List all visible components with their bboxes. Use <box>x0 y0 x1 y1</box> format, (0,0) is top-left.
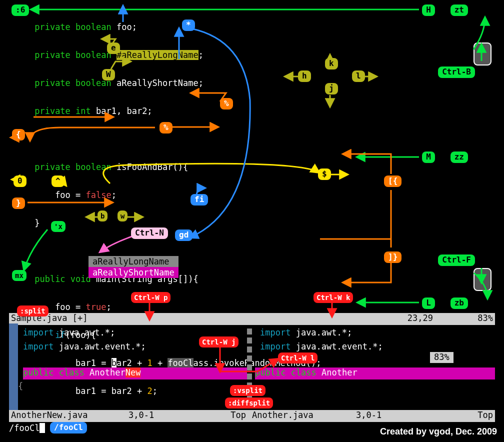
key-caret: ^ <box>52 176 64 187</box>
key-pct1: % <box>220 98 233 110</box>
key-CtrlB: Ctrl-B <box>438 66 475 78</box>
key-zz: zz <box>450 152 468 163</box>
key-x: 'x <box>51 221 66 232</box>
credit: Created by vgod, Dec. 2009 <box>380 426 497 437</box>
right-pct: 83% <box>430 352 454 363</box>
key-star: * <box>182 20 195 31</box>
cmd-search: /fooCl <box>50 422 87 434</box>
key-M: M <box>422 152 435 163</box>
key-W: W <box>102 69 115 80</box>
split-right: import java.awt.*; import java.awt.event… <box>260 326 383 354</box>
diff-gutter <box>9 324 18 420</box>
key-fi: fi <box>190 194 208 206</box>
completion-popup[interactable]: aReallyLongName aReallyShortName <box>88 256 178 278</box>
statusbar-splits: AnotherNew.java 3,0-1 Top Another.java 3… <box>9 410 495 422</box>
diff-highlight-right: public class Another <box>255 368 495 380</box>
key-CtrlF: Ctrl-F <box>438 254 475 266</box>
scroll-thumb-bottom <box>474 268 492 291</box>
vertical-separator <box>247 326 252 410</box>
key-mx: mx <box>12 270 26 281</box>
diff-highlight-left: public class AnotherNew <box>23 368 248 380</box>
completion-item-selected[interactable]: aReallyShortName <box>88 267 178 278</box>
key-six: :6 <box>12 4 29 16</box>
key-H: H <box>422 4 435 16</box>
scroll-thumb-top <box>474 42 492 66</box>
key-cwj: Ctrl-W j <box>199 336 238 348</box>
key-zb: zb <box>450 298 468 309</box>
key-w: w <box>118 210 128 222</box>
brace-left: { <box>18 381 23 391</box>
cmdline[interactable]: /fooCl <box>9 423 45 433</box>
key-rb: } <box>12 198 25 209</box>
status-pct: 83% <box>433 313 493 325</box>
key-h: h <box>298 70 311 82</box>
key-L: L <box>422 298 435 309</box>
split-left: import java.awt.*; import java.awt.event… <box>23 326 146 354</box>
key-0: 0 <box>14 176 26 187</box>
key-k: k <box>325 58 338 70</box>
key-e: e <box>107 42 120 54</box>
key-rbr: ]} <box>384 252 402 263</box>
key-lbr: [{ <box>384 176 402 187</box>
key-dollar: $ <box>318 168 331 180</box>
key-l: l <box>352 70 365 82</box>
key-pct2: % <box>160 122 172 134</box>
key-b: b <box>98 210 108 222</box>
key-cwp: Ctrl-W p <box>131 292 170 303</box>
key-cwk: Ctrl-W k <box>314 292 353 303</box>
key-zt: zt <box>450 4 468 16</box>
key-j: j <box>325 83 338 94</box>
key-diffsplit: :diffsplit <box>225 398 273 408</box>
key-lb: { <box>12 129 25 140</box>
completion-item[interactable]: aReallyLongName <box>88 256 178 267</box>
statusbar-main: Sample.java [+] 23,29 83% <box>9 313 495 325</box>
key-gd: gd <box>175 230 192 241</box>
status-pos: 23,29 <box>408 313 433 325</box>
key-vsplit: :vsplit <box>230 385 266 396</box>
key-split: :split <box>17 306 48 316</box>
key-CtrlN: Ctrl-N <box>131 228 168 239</box>
key-cwl: Ctrl-W l <box>278 352 318 364</box>
